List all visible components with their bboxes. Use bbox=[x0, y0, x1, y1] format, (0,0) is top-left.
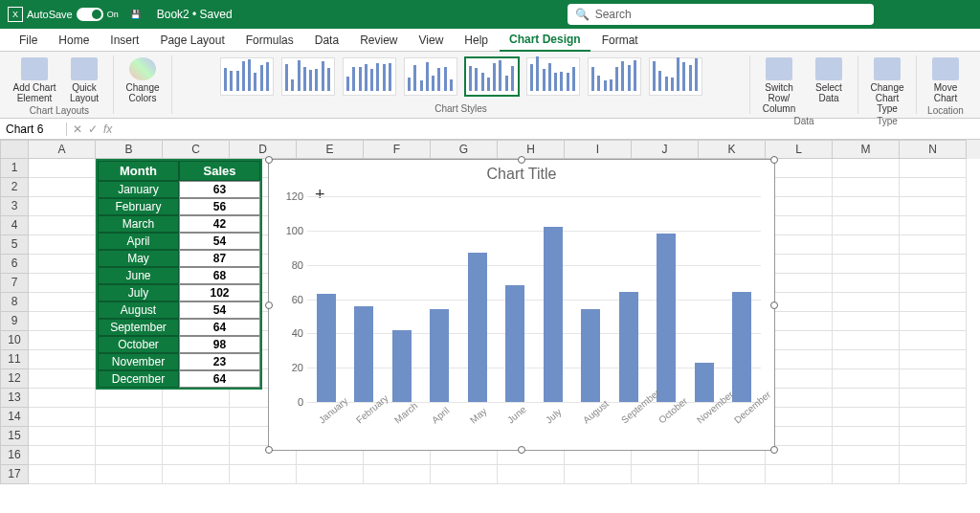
row-head[interactable]: 7 bbox=[0, 274, 29, 293]
sales-cell[interactable]: 54 bbox=[179, 233, 260, 250]
cell[interactable] bbox=[833, 408, 900, 427]
tab-file[interactable]: File bbox=[10, 30, 47, 51]
cell[interactable] bbox=[29, 369, 96, 389]
table-row[interactable]: August54 bbox=[98, 301, 260, 319]
tab-data[interactable]: Data bbox=[305, 30, 348, 51]
cell[interactable] bbox=[833, 312, 900, 331]
resize-handle[interactable] bbox=[770, 301, 778, 309]
spreadsheet-grid[interactable]: ABCDEFGHIJKLMN 1234567891011121314151617… bbox=[0, 140, 980, 513]
cell[interactable] bbox=[431, 465, 498, 484]
cell[interactable] bbox=[364, 465, 431, 484]
table-row[interactable]: March42 bbox=[98, 215, 260, 233]
cell[interactable] bbox=[900, 235, 967, 255]
col-head[interactable]: K bbox=[699, 140, 766, 159]
cell[interactable] bbox=[833, 274, 900, 293]
resize-handle[interactable] bbox=[518, 446, 525, 454]
month-cell[interactable]: October bbox=[98, 336, 179, 353]
cell[interactable] bbox=[833, 369, 900, 389]
resize-handle[interactable] bbox=[265, 446, 273, 454]
month-cell[interactable]: July bbox=[98, 284, 179, 301]
cell[interactable] bbox=[163, 427, 230, 446]
cell[interactable] bbox=[96, 389, 163, 408]
col-head[interactable]: J bbox=[632, 140, 699, 159]
cell[interactable] bbox=[833, 293, 900, 312]
save-icon[interactable]: 💾 bbox=[128, 7, 144, 22]
table-row[interactable]: June68 bbox=[98, 267, 260, 284]
cell[interactable] bbox=[766, 465, 833, 484]
cell[interactable] bbox=[766, 197, 833, 216]
row-head[interactable]: 13 bbox=[0, 389, 29, 408]
cell[interactable] bbox=[96, 446, 163, 465]
cell[interactable] bbox=[29, 331, 96, 350]
table-row[interactable]: November23 bbox=[98, 353, 260, 370]
chart-bar[interactable] bbox=[619, 292, 638, 402]
col-head[interactable]: H bbox=[498, 140, 565, 159]
resize-handle[interactable] bbox=[770, 446, 778, 454]
cell[interactable] bbox=[833, 446, 900, 465]
cell[interactable] bbox=[766, 312, 833, 331]
cell[interactable] bbox=[699, 465, 766, 484]
chart-object[interactable]: Chart Title + 020406080100120 JanuaryFeb… bbox=[268, 159, 775, 451]
enter-icon[interactable]: ✓ bbox=[88, 123, 98, 136]
row-head[interactable]: 15 bbox=[0, 427, 29, 446]
chart-styles-gallery[interactable] bbox=[218, 56, 704, 101]
cell[interactable] bbox=[29, 216, 96, 235]
cell[interactable] bbox=[833, 197, 900, 216]
cell[interactable] bbox=[833, 350, 900, 369]
col-head[interactable]: M bbox=[833, 140, 900, 159]
cell[interactable] bbox=[29, 427, 96, 446]
move-chart-button[interactable]: Move Chart bbox=[923, 56, 969, 103]
cell[interactable] bbox=[29, 274, 96, 293]
sales-cell[interactable]: 54 bbox=[179, 301, 260, 319]
chart-bar[interactable] bbox=[317, 294, 336, 402]
cell[interactable] bbox=[29, 178, 96, 197]
cell[interactable] bbox=[833, 465, 900, 484]
cell[interactable] bbox=[297, 465, 364, 484]
cell[interactable] bbox=[29, 255, 96, 274]
tab-review[interactable]: Review bbox=[350, 30, 407, 51]
col-head[interactable]: E bbox=[297, 140, 364, 159]
row-head[interactable]: 4 bbox=[0, 216, 29, 235]
cell[interactable] bbox=[900, 255, 967, 274]
cell[interactable] bbox=[766, 427, 833, 446]
col-head[interactable]: A bbox=[29, 140, 96, 159]
month-cell[interactable]: December bbox=[98, 370, 179, 388]
cell[interactable] bbox=[766, 389, 833, 408]
change-chart-type-button[interactable]: Change Chart Type bbox=[864, 56, 910, 114]
chart-bar[interactable] bbox=[354, 306, 373, 402]
select-data-button[interactable]: Select Data bbox=[806, 56, 852, 103]
table-row[interactable]: April54 bbox=[98, 233, 260, 250]
table-header-sales[interactable]: Sales bbox=[179, 161, 260, 181]
cell[interactable] bbox=[900, 293, 967, 312]
doc-title[interactable]: Book2 • Saved bbox=[157, 8, 233, 21]
table-row[interactable]: September64 bbox=[98, 319, 260, 336]
chart-bar[interactable] bbox=[695, 363, 714, 402]
cell[interactable] bbox=[900, 178, 967, 197]
sales-cell[interactable]: 64 bbox=[179, 319, 260, 336]
cell[interactable] bbox=[632, 465, 699, 484]
chart-plot-area[interactable]: 020406080100120 bbox=[307, 196, 761, 402]
col-head[interactable]: B bbox=[96, 140, 163, 159]
chart-style-thumb[interactable] bbox=[526, 57, 580, 96]
tab-help[interactable]: Help bbox=[455, 30, 498, 51]
row-head[interactable]: 10 bbox=[0, 331, 29, 350]
cell[interactable] bbox=[29, 312, 96, 331]
month-cell[interactable]: November bbox=[98, 353, 179, 370]
cell[interactable] bbox=[900, 350, 967, 369]
cell[interactable] bbox=[766, 178, 833, 197]
sales-cell[interactable]: 87 bbox=[179, 250, 260, 267]
row-head[interactable]: 16 bbox=[0, 446, 29, 465]
cell[interactable] bbox=[900, 427, 967, 446]
chart-style-thumb[interactable] bbox=[404, 57, 457, 96]
month-cell[interactable]: February bbox=[98, 198, 179, 215]
cell[interactable] bbox=[29, 235, 96, 255]
cell[interactable] bbox=[900, 446, 967, 465]
cell[interactable] bbox=[766, 216, 833, 235]
cell[interactable] bbox=[833, 427, 900, 446]
cell[interactable] bbox=[163, 446, 230, 465]
sales-cell[interactable]: 102 bbox=[179, 284, 260, 301]
cell[interactable] bbox=[96, 408, 163, 427]
cell[interactable] bbox=[766, 369, 833, 389]
cell[interactable] bbox=[766, 274, 833, 293]
row-head[interactable]: 3 bbox=[0, 197, 29, 216]
